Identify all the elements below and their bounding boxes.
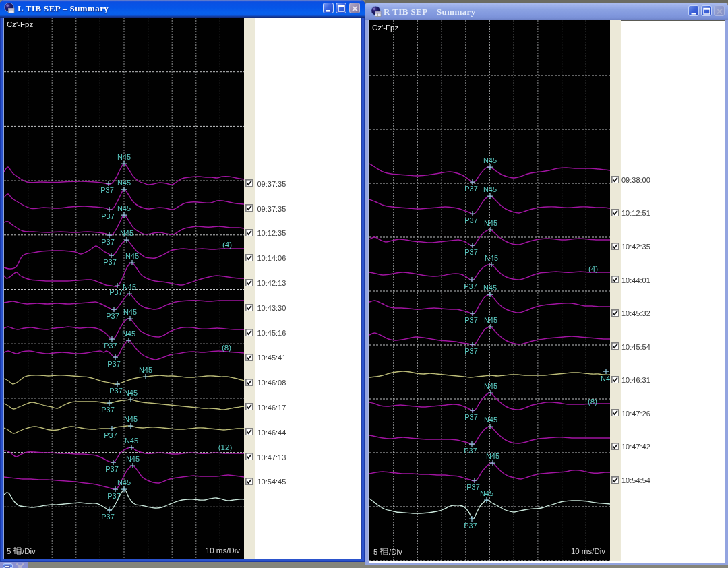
svg-text:P37: P37 bbox=[104, 342, 117, 350]
svg-text:N45: N45 bbox=[484, 316, 497, 324]
svg-text:/Div: /Div bbox=[22, 547, 36, 555]
svg-text:P37: P37 bbox=[103, 258, 117, 266]
svg-text:P37: P37 bbox=[101, 513, 115, 521]
svg-text:5: 5 bbox=[7, 547, 11, 555]
svg-text:P37: P37 bbox=[464, 447, 477, 455]
svg-text:N45: N45 bbox=[120, 229, 133, 237]
svg-text:N45: N45 bbox=[484, 382, 497, 390]
svg-text:P37: P37 bbox=[100, 186, 114, 194]
svg-text:N45: N45 bbox=[125, 252, 139, 260]
svg-text:P37: P37 bbox=[464, 316, 478, 324]
svg-text:P37: P37 bbox=[464, 347, 478, 355]
svg-text:P37: P37 bbox=[464, 522, 477, 530]
svg-text:P37: P37 bbox=[109, 288, 123, 296]
svg-text:N45: N45 bbox=[117, 153, 131, 161]
svg-text:N45: N45 bbox=[117, 204, 131, 212]
svg-text:P37: P37 bbox=[464, 185, 478, 193]
svg-text:N45: N45 bbox=[123, 308, 137, 316]
svg-text:(12): (12) bbox=[218, 443, 233, 451]
svg-text:Cz'-Fpz: Cz'-Fpz bbox=[372, 24, 399, 32]
svg-text:P37: P37 bbox=[101, 238, 115, 246]
svg-text:5: 5 bbox=[373, 548, 377, 556]
svg-text:P37: P37 bbox=[464, 413, 478, 421]
svg-text:Cz'-Fpz: Cz'-Fpz bbox=[7, 20, 34, 28]
svg-text:N45: N45 bbox=[124, 415, 138, 423]
svg-text:P37: P37 bbox=[464, 216, 478, 224]
svg-text:N45: N45 bbox=[117, 179, 131, 187]
svg-text:N45: N45 bbox=[122, 329, 135, 338]
svg-text:N45: N45 bbox=[483, 156, 497, 164]
svg-text:N45: N45 bbox=[125, 437, 138, 445]
svg-text:P37: P37 bbox=[464, 282, 477, 290]
svg-text:N45: N45 bbox=[124, 389, 138, 397]
svg-text:(8): (8) bbox=[222, 344, 231, 352]
svg-text:N45: N45 bbox=[126, 455, 140, 463]
svg-text:P37: P37 bbox=[104, 431, 117, 439]
svg-text:N45: N45 bbox=[484, 416, 497, 424]
svg-text:P37: P37 bbox=[107, 492, 121, 500]
svg-text:N45: N45 bbox=[483, 185, 497, 193]
svg-text:N45: N45 bbox=[486, 452, 499, 460]
svg-text:P37: P37 bbox=[109, 387, 123, 395]
svg-text:N45: N45 bbox=[483, 284, 497, 292]
svg-text:P37: P37 bbox=[464, 248, 478, 256]
svg-text:P37: P37 bbox=[101, 212, 115, 220]
svg-text:P37: P37 bbox=[106, 312, 119, 320]
svg-text:P37: P37 bbox=[466, 483, 480, 491]
svg-text:10 ms/Div: 10 ms/Div bbox=[206, 546, 240, 555]
svg-text:N45: N45 bbox=[484, 219, 497, 227]
svg-text:N45: N45 bbox=[139, 366, 152, 374]
svg-text:N45: N45 bbox=[480, 489, 493, 497]
svg-text:(4): (4) bbox=[588, 265, 598, 273]
svg-text:N45: N45 bbox=[123, 283, 136, 291]
svg-text:10 ms/Div: 10 ms/Div bbox=[571, 547, 605, 555]
svg-text:P37: P37 bbox=[107, 360, 121, 368]
svg-text:/Div: /Div bbox=[389, 548, 402, 556]
svg-text:N45: N45 bbox=[601, 375, 610, 383]
svg-text:N45: N45 bbox=[117, 478, 131, 486]
svg-text:(4): (4) bbox=[222, 241, 232, 249]
svg-text:P37: P37 bbox=[101, 406, 115, 414]
svg-text:N45: N45 bbox=[485, 254, 498, 262]
svg-text:P37: P37 bbox=[105, 465, 119, 473]
svg-text:(8): (8) bbox=[588, 398, 597, 406]
